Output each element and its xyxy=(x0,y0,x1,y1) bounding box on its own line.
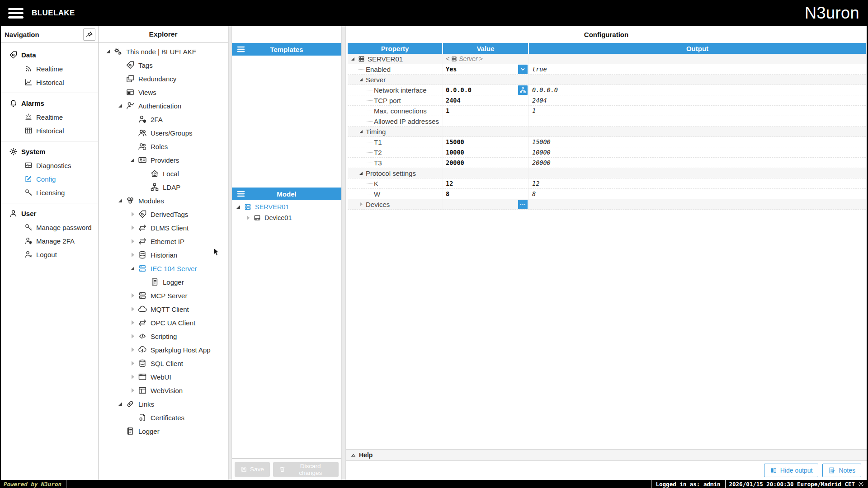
property-cell[interactable]: K xyxy=(348,178,443,188)
value-cell[interactable]: 1 xyxy=(443,106,529,116)
tree-item[interactable]: Tags xyxy=(99,58,228,72)
expand-arrow-icon[interactable] xyxy=(118,103,124,109)
expand-arrow-icon[interactable] xyxy=(130,374,136,380)
expand-arrow-icon[interactable] xyxy=(350,56,356,62)
value-cell[interactable]: 15000 xyxy=(443,137,529,147)
nav-item[interactable]: Licensing xyxy=(1,186,98,199)
model-tree-item[interactable]: Device01 xyxy=(232,212,341,223)
nav-item[interactable]: Historical xyxy=(1,124,98,137)
property-cell[interactable]: Server xyxy=(348,75,443,84)
tree-item[interactable]: Sparkplug Host App xyxy=(99,343,228,357)
expand-arrow-icon[interactable] xyxy=(118,197,124,204)
expand-arrow-icon[interactable] xyxy=(130,265,136,272)
property-cell[interactable]: Protocol settings xyxy=(348,168,443,178)
tree-item[interactable]: Redundancy xyxy=(99,72,228,85)
expand-arrow-icon[interactable] xyxy=(359,170,364,176)
nav-item[interactable]: Realtime xyxy=(1,110,98,124)
tree-item[interactable]: DerivedTags xyxy=(99,207,228,221)
value-cell[interactable] xyxy=(443,168,529,178)
tree-item[interactable]: Ethernet IP xyxy=(99,235,228,248)
tree-item[interactable]: This node | BLUELAKE xyxy=(99,45,228,58)
tree-item[interactable]: MQTT Client xyxy=(99,302,228,316)
property-cell[interactable]: T3 xyxy=(348,158,443,168)
expand-arrow-icon[interactable] xyxy=(130,225,136,231)
tree-item[interactable]: Authentication xyxy=(99,99,228,113)
panel-splitter[interactable] xyxy=(228,26,232,480)
value-cell[interactable]: 10000 xyxy=(443,147,529,157)
expand-arrow-icon[interactable] xyxy=(359,202,364,207)
expand-arrow-icon[interactable] xyxy=(367,183,373,184)
expand-arrow-icon[interactable] xyxy=(130,306,136,312)
property-cell[interactable]: SERVER01 xyxy=(348,54,443,64)
expand-arrow-icon[interactable] xyxy=(367,142,373,142)
expand-arrow-icon[interactable] xyxy=(130,360,136,366)
expand-arrow-icon[interactable] xyxy=(245,215,251,221)
model-menu-icon[interactable] xyxy=(236,189,245,198)
expand-arrow-icon[interactable] xyxy=(130,292,136,299)
expand-arrow-icon[interactable] xyxy=(236,204,242,210)
property-cell[interactable]: Max. connections xyxy=(348,106,443,116)
value-cell[interactable] xyxy=(443,116,529,126)
expand-arrow-icon[interactable] xyxy=(118,401,124,407)
property-cell[interactable]: Timing xyxy=(348,127,443,136)
model-tree-item[interactable]: SERVER01 xyxy=(232,202,341,212)
expand-arrow-icon[interactable] xyxy=(105,48,112,55)
property-cell[interactable]: T2 xyxy=(348,147,443,157)
expand-arrow-icon[interactable] xyxy=(130,347,136,353)
expand-arrow-icon[interactable] xyxy=(359,69,364,70)
tree-item[interactable]: Views xyxy=(99,85,228,99)
nav-item[interactable]: Manage password xyxy=(1,221,98,234)
expand-arrow-icon[interactable] xyxy=(130,319,136,326)
time-settings-gear-icon[interactable] xyxy=(858,481,864,488)
pin-button[interactable] xyxy=(83,28,95,41)
expand-arrow-icon[interactable] xyxy=(130,157,136,163)
property-cell[interactable]: TCP port xyxy=(348,95,443,105)
tree-item[interactable]: MCP Server xyxy=(99,289,228,302)
help-bar[interactable]: Help xyxy=(346,449,867,461)
expand-arrow-icon[interactable] xyxy=(118,89,124,95)
expand-arrow-icon[interactable] xyxy=(130,143,136,150)
value-cell[interactable]: 12 xyxy=(443,178,529,188)
expand-arrow-icon[interactable] xyxy=(367,121,373,122)
expand-arrow-icon[interactable] xyxy=(118,428,124,434)
expand-arrow-icon[interactable] xyxy=(367,194,373,194)
main-menu-icon[interactable] xyxy=(8,8,24,19)
tree-item[interactable]: Logger xyxy=(99,424,228,438)
nav-item[interactable]: Realtime xyxy=(1,62,98,75)
expand-arrow-icon[interactable] xyxy=(118,62,124,68)
expand-arrow-icon[interactable] xyxy=(130,211,136,217)
property-cell[interactable]: Enabled xyxy=(348,64,443,74)
property-cell[interactable]: T1 xyxy=(348,137,443,147)
value-cell[interactable] xyxy=(443,199,529,209)
expand-arrow-icon[interactable] xyxy=(359,129,364,135)
tree-item[interactable]: Modules xyxy=(99,194,228,207)
value-cell[interactable]: 8 xyxy=(443,189,529,199)
nav-item[interactable]: Logout xyxy=(1,248,98,261)
property-cell[interactable]: Devices xyxy=(348,199,443,209)
tree-item[interactable]: Local xyxy=(99,167,228,180)
tree-item[interactable]: Certificates xyxy=(99,411,228,424)
tree-item[interactable]: Logger xyxy=(99,275,228,289)
chevron-down-widget-button[interactable] xyxy=(518,65,528,74)
value-cell[interactable]: Yes xyxy=(443,64,529,74)
tree-item[interactable]: DLMS Client xyxy=(99,221,228,235)
tree-item[interactable]: OPC UA Client xyxy=(99,316,228,329)
expand-arrow-icon[interactable] xyxy=(142,184,148,190)
expand-arrow-icon[interactable] xyxy=(367,100,373,101)
value-cell[interactable]: <Server> xyxy=(443,54,529,64)
tree-item[interactable]: Users/Groups xyxy=(99,126,228,140)
nav-item[interactable]: Config xyxy=(1,172,98,186)
expand-arrow-icon[interactable] xyxy=(130,252,136,258)
expand-arrow-icon[interactable] xyxy=(359,77,364,83)
expand-arrow-icon[interactable] xyxy=(367,111,373,111)
expand-arrow-icon[interactable] xyxy=(142,170,148,177)
nav-item[interactable]: Manage 2FA xyxy=(1,234,98,248)
property-cell[interactable]: Allowed IP addresses xyxy=(348,116,443,126)
hide-output-button[interactable]: Hide output xyxy=(764,464,819,477)
value-cell[interactable]: 2404 xyxy=(443,95,529,105)
value-cell[interactable]: 20000 xyxy=(443,158,529,168)
expand-arrow-icon[interactable] xyxy=(367,152,373,153)
expand-arrow-icon[interactable] xyxy=(367,90,373,90)
tree-item[interactable]: LDAP xyxy=(99,180,228,194)
tree-item[interactable]: Roles xyxy=(99,140,228,153)
